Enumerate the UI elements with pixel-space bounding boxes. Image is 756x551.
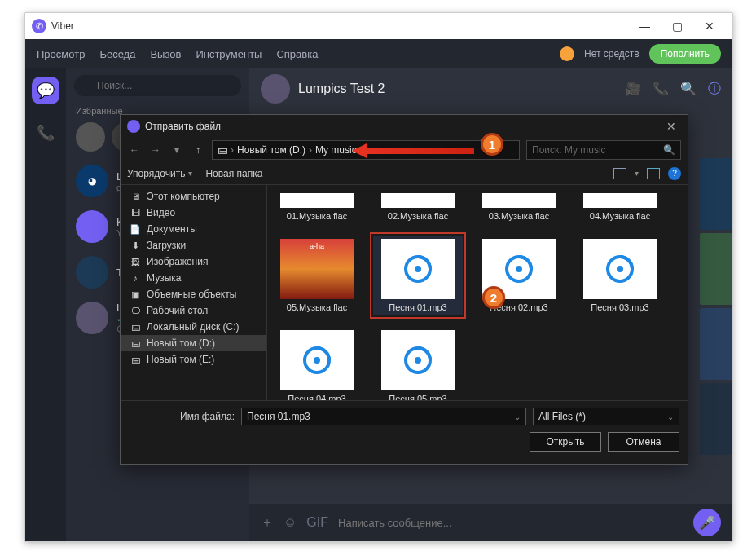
preview-pane-icon[interactable] (647, 168, 660, 179)
media-thumb[interactable] (700, 158, 732, 230)
sidebar-item-downloads[interactable]: ⬇Загрузки (121, 237, 266, 253)
topup-button[interactable]: Пополнить (649, 44, 721, 64)
docs-icon: 📄 (129, 223, 142, 235)
audio-file-icon (381, 330, 455, 390)
music-icon: ♪ (129, 272, 142, 284)
nav-up-icon[interactable]: ↑ (191, 144, 205, 156)
files-pane[interactable]: 01.Музыка.flac 02.Музыка.flac 03.Музыка.… (267, 185, 688, 400)
sidebar-item-3d[interactable]: ▣Объемные объекты (121, 286, 266, 302)
maximize-button[interactable]: ▢ (661, 13, 693, 39)
dialog-titlebar: Отправить файл ✕ (121, 115, 688, 138)
search-icon: 🔍 (663, 144, 675, 156)
chat-title: Lumpics Test 2 (298, 82, 385, 96)
menu-item[interactable]: Просмотр (37, 48, 85, 60)
svg-point-3 (516, 266, 522, 272)
sidebar-item-drive-e[interactable]: 🖴Новый том (E:) (121, 351, 266, 368)
breadcrumb[interactable]: Новый том (D:) (237, 144, 305, 156)
chats-tab-icon[interactable]: 💬 (32, 77, 59, 104)
emoji-icon[interactable]: ☺ (284, 515, 297, 530)
file-tile[interactable]: 03.Музыка.flac (474, 190, 564, 224)
file-tile[interactable]: 04.Музыка.flac (575, 190, 665, 224)
dialog-sidebar[interactable]: 🖥Этот компьютер 🎞Видео 📄Документы ⬇Загру… (121, 185, 267, 400)
balance-icon (560, 46, 574, 61)
sidebar-item-music[interactable]: ♪Музыка (121, 270, 266, 286)
dialog-toolbar: Упорядочить ▾ Новая папка ▾ ? (121, 162, 688, 185)
view-mode-icon[interactable] (613, 168, 626, 179)
gif-icon[interactable]: GIF (306, 515, 328, 530)
chevron-down-icon[interactable]: ▾ (635, 169, 639, 178)
chat-header: Lumpics Test 2 🎥 📞 🔍 ⓘ (249, 68, 732, 109)
attach-icon[interactable]: ＋ (261, 514, 274, 531)
media-thumb[interactable] (700, 383, 732, 455)
nav-recent-icon[interactable]: ▾ (169, 144, 184, 156)
svg-point-5 (617, 266, 623, 272)
sidebar-item-drive-d[interactable]: 🖴Новый том (D:) (121, 335, 266, 351)
chat-header-actions: 🎥 📞 🔍 ⓘ (625, 81, 721, 98)
file-tile[interactable]: 02.Музыка.flac (373, 190, 463, 224)
search-input[interactable] (74, 75, 241, 96)
dialog-bottom: Имя файла: Песня 01.mp3⌄ All Files (*)⌄ … (121, 400, 688, 464)
sidebar-item-video[interactable]: 🎞Видео (121, 205, 266, 221)
chat-avatar[interactable] (261, 74, 290, 104)
file-tile[interactable]: Песня 04.mp3 (272, 327, 362, 400)
minimize-button[interactable]: ― (628, 13, 661, 39)
sidebar-item-images[interactable]: 🖼Изображения (121, 253, 266, 270)
sidebar-item-drive-c[interactable]: 🖴Локальный диск (C:) (121, 319, 266, 335)
menu-item[interactable]: Инструменты (196, 48, 262, 60)
help-icon[interactable]: ? (668, 167, 681, 180)
annotation-arrow (352, 143, 474, 158)
nav-forward-icon[interactable]: → (148, 144, 163, 156)
dialog-body: 🖥Этот компьютер 🎞Видео 📄Документы ⬇Загру… (121, 185, 688, 400)
objects3d-icon: ▣ (129, 289, 142, 300)
dialog-close-button[interactable]: ✕ (662, 120, 681, 133)
viber-logo-icon: ✆ (32, 19, 46, 33)
titlebar: ✆ Viber ― ▢ ✕ (25, 13, 732, 39)
drive-icon: 🖴 (218, 144, 227, 156)
search-chat-icon[interactable]: 🔍 (680, 81, 697, 98)
sidebar-item-desktop[interactable]: 🖵Рабочий стол (121, 302, 266, 319)
sidebar-item-this-pc[interactable]: 🖥Этот компьютер (121, 188, 266, 205)
media-thumb[interactable] (700, 233, 732, 305)
file-tile[interactable]: a-ha 05.Музыка.flac (272, 236, 362, 315)
organize-button[interactable]: Упорядочить ▾ (127, 168, 192, 179)
favorite-avatar[interactable] (76, 122, 105, 152)
file-tile-selected[interactable]: Песня 01.mp3 (373, 236, 463, 315)
filetype-select[interactable]: All Files (*)⌄ (533, 408, 679, 425)
audio-file-icon (583, 239, 657, 299)
open-button[interactable]: Открыть (530, 432, 601, 452)
menubar: Просмотр Беседа Вызов Инструменты Справк… (25, 39, 732, 68)
newfolder-button[interactable]: Новая папка (205, 168, 262, 179)
info-icon[interactable]: ⓘ (708, 81, 721, 98)
audio-call-icon[interactable]: 📞 (653, 81, 669, 98)
downloads-icon: ⬇ (129, 240, 142, 251)
breadcrumb[interactable]: My music (315, 144, 357, 156)
video-call-icon[interactable]: 🎥 (625, 81, 641, 98)
video-icon: 🎞 (129, 207, 142, 218)
chevron-down-icon[interactable]: ⌄ (514, 412, 521, 421)
audio-file-icon (381, 239, 455, 299)
window-title: Viber (51, 20, 74, 32)
menu-item[interactable]: Вызов (150, 48, 181, 60)
chevron-down-icon[interactable]: ⌄ (667, 412, 674, 421)
menu-item[interactable]: Справка (276, 48, 318, 60)
file-tile[interactable]: Песня 05.mp3 (373, 327, 463, 400)
file-tile[interactable]: Песня 03.mp3 (575, 236, 665, 315)
message-input[interactable] (338, 517, 683, 529)
left-rail: 💬 📞 (25, 68, 66, 541)
mic-button[interactable]: 🎤 (693, 509, 721, 536)
file-tile[interactable]: 01.Музыка.flac (272, 190, 362, 224)
annotation-badge-2: 2 (482, 286, 505, 309)
sidebar-item-documents[interactable]: 📄Документы (121, 221, 266, 237)
avatar (76, 256, 108, 289)
close-button[interactable]: ✕ (693, 13, 726, 39)
media-thumb[interactable] (700, 308, 732, 380)
dialog-search[interactable]: Поиск: My music 🔍 (526, 140, 681, 160)
drive-icon: 🖴 (129, 321, 142, 333)
nav-back-icon[interactable]: ← (127, 144, 142, 156)
cancel-button[interactable]: Отмена (608, 432, 679, 452)
filename-input[interactable]: Песня 01.mp3⌄ (241, 408, 526, 425)
avatar: ◕ (76, 165, 108, 197)
calls-tab-icon[interactable]: 📞 (32, 119, 59, 147)
window-controls: ― ▢ ✕ (628, 13, 726, 39)
menu-item[interactable]: Беседа (99, 48, 135, 60)
